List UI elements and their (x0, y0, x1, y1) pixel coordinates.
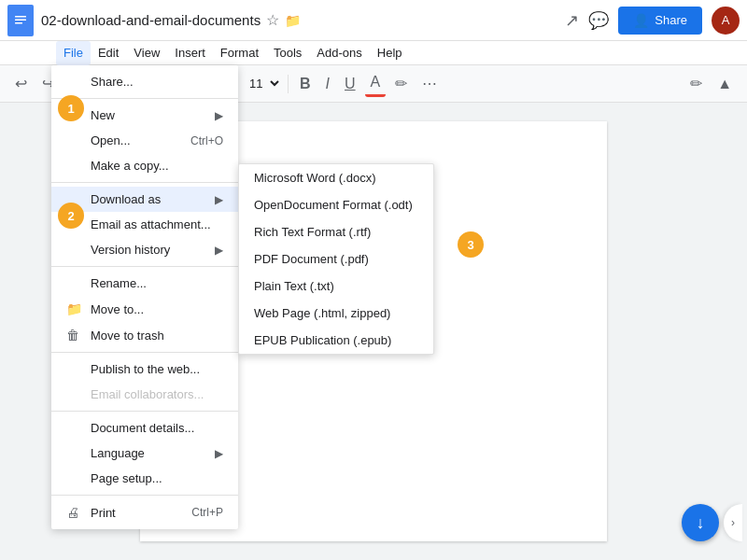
italic-button[interactable]: I (320, 72, 335, 96)
download-html[interactable]: Web Page (.html, zipped) (239, 300, 433, 327)
fab-button[interactable]: ↓ (682, 504, 719, 541)
file-menu: Share... New ▶ Open... Ctrl+O Make a cop… (51, 65, 238, 529)
callout-1: 1 (58, 95, 84, 121)
svg-rect-2 (15, 19, 26, 21)
download-odt[interactable]: OpenDocument Format (.odt) (239, 191, 433, 218)
download-pdf[interactable]: PDF Document (.pdf) (239, 245, 433, 273)
chart-icon[interactable]: ↗ (565, 10, 579, 31)
more-button[interactable]: ⋯ (416, 71, 443, 96)
folder-icon[interactable]: 📁 (285, 13, 301, 28)
download-epub[interactable]: EPUB Publication (.epub) (239, 327, 433, 354)
text-color-button[interactable]: A (365, 70, 387, 97)
download-rtf[interactable]: Rich Text Format (.rtf) (239, 218, 433, 245)
file-email-collaborators: Email collaborators... (51, 382, 238, 407)
share-button[interactable]: 👤 Share (618, 7, 702, 35)
top-bar: 02-download-and-email-documents ☆ 📁 ↗ 💬 … (0, 0, 747, 41)
file-share[interactable]: Share... (51, 69, 238, 94)
menu-file[interactable]: File (56, 41, 91, 65)
fontsize-select[interactable]: 11 (242, 74, 282, 93)
file-open[interactable]: Open... Ctrl+O (51, 128, 238, 153)
avatar: A (712, 7, 740, 35)
file-move-to[interactable]: 📁 Move to... (51, 296, 238, 322)
file-menu-section-4: Rename... 📁 Move to... 🗑 Move to trash (51, 267, 238, 353)
trash-icon: 🗑 (66, 328, 85, 343)
file-menu-section-1: Share... (51, 65, 238, 99)
version-arrow: ▶ (215, 244, 223, 257)
move-icon: 📁 (66, 301, 85, 316)
download-docx[interactable]: Microsoft Word (.docx) (239, 164, 433, 191)
divider-4 (288, 75, 289, 93)
file-doc-details[interactable]: Document details... (51, 415, 238, 441)
doc-icon (7, 5, 34, 36)
file-rename[interactable]: Rename... (51, 271, 238, 296)
file-language[interactable]: Language ▶ (51, 441, 238, 466)
print-icon: 🖨 (66, 505, 85, 520)
file-publish[interactable]: Publish to the web... (51, 357, 238, 382)
menu-insert[interactable]: Insert (167, 41, 213, 65)
menu-view[interactable]: View (126, 41, 167, 65)
file-version-history[interactable]: Version history ▶ (51, 237, 238, 262)
download-submenu: Microsoft Word (.docx) OpenDocument Form… (238, 163, 434, 355)
menu-bar: File Edit View Insert Format Tools Add-o… (0, 41, 747, 65)
file-menu-section-7: 🖨 Print Ctrl+P (51, 496, 238, 529)
file-menu-section-5: Publish to the web... Email collaborator… (51, 353, 238, 412)
file-make-copy[interactable]: Make a copy... (51, 153, 238, 178)
underline-button[interactable]: U (339, 72, 361, 96)
toolbar-right: ✏ ▲ (684, 71, 738, 96)
title-icons: ☆ 📁 (266, 11, 301, 29)
callout-2: 2 (58, 203, 84, 229)
highlight-button[interactable]: ✏ (389, 71, 413, 96)
collapse-button[interactable]: ▲ (712, 72, 738, 96)
side-arrow-button[interactable]: › (724, 504, 742, 541)
file-menu-section-6: Document details... Language ▶ Page setu… (51, 412, 238, 496)
menu-format[interactable]: Format (213, 41, 266, 65)
file-print[interactable]: 🖨 Print Ctrl+P (51, 499, 238, 525)
language-arrow: ▶ (215, 447, 223, 460)
print-shortcut: Ctrl+P (169, 506, 223, 519)
svg-rect-3 (15, 22, 22, 24)
menu-help[interactable]: Help (370, 41, 410, 65)
doc-title: 02-download-and-email-documents (41, 12, 261, 28)
chat-icon[interactable]: 💬 (588, 10, 609, 31)
file-move-trash[interactable]: 🗑 Move to trash (51, 322, 238, 348)
new-arrow: ▶ (215, 109, 223, 122)
download-arrow: ▶ (215, 193, 223, 206)
svg-rect-1 (15, 16, 26, 18)
download-txt[interactable]: Plain Text (.txt) (239, 273, 433, 300)
share-icon: 👤 (633, 13, 649, 28)
open-shortcut: Ctrl+O (168, 134, 223, 147)
file-page-setup[interactable]: Page setup... (51, 466, 238, 491)
menu-addons[interactable]: Add-ons (309, 41, 369, 65)
pencil-edit-button[interactable]: ✏ (684, 71, 708, 96)
menu-edit[interactable]: Edit (91, 41, 126, 65)
star-icon[interactable]: ☆ (266, 11, 279, 29)
bold-button[interactable]: B (294, 72, 317, 96)
undo-button[interactable]: ↩ (9, 71, 33, 96)
top-right: ↗ 💬 👤 Share A (565, 7, 740, 35)
menu-tools[interactable]: Tools (266, 41, 309, 65)
callout-3: 3 (458, 231, 484, 258)
